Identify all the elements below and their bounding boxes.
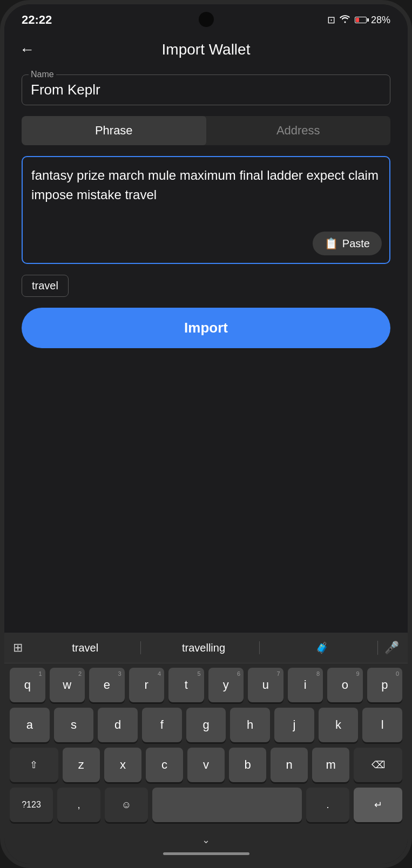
word-chips: travel (22, 275, 390, 297)
wifi-icon (340, 15, 350, 26)
home-indicator (163, 852, 249, 855)
key-z[interactable]: z (63, 748, 100, 782)
key-q[interactable]: q1 (10, 668, 45, 702)
camera-notch (199, 12, 214, 27)
key-d[interactable]: d (98, 708, 138, 742)
key-enter[interactable]: ↵ (354, 788, 402, 822)
page-title: Import Wallet (162, 41, 251, 58)
collapse-indicator[interactable]: ⌄ (202, 834, 210, 846)
key-backspace[interactable]: ⌫ (354, 748, 402, 782)
name-field-wrapper: Name (22, 74, 390, 105)
status-time: 22:22 (22, 13, 52, 27)
key-f[interactable]: f (142, 708, 182, 742)
back-button[interactable]: ← (19, 42, 35, 57)
mic-icon[interactable]: 🎤 (384, 641, 399, 655)
suggestion-travel[interactable]: travel (29, 640, 141, 656)
name-input[interactable] (31, 82, 381, 98)
key-row-4: ?123 , ☺ . ↵ (10, 788, 402, 822)
battery-icon (355, 17, 367, 23)
sim-icon: ⊡ (327, 14, 335, 26)
key-k[interactable]: k (319, 708, 359, 742)
key-b[interactable]: b (229, 748, 266, 782)
app-content: ← Import Wallet Name Phrase Address 📋 Pa… (4, 31, 408, 864)
battery-percent: 28% (371, 15, 390, 26)
phrase-input-area: 📋 Paste (22, 156, 390, 264)
key-w[interactable]: w2 (50, 668, 85, 702)
key-p[interactable]: p0 (367, 668, 403, 702)
keyboard-grid-icon: ⊞ (13, 641, 23, 655)
header: ← Import Wallet (4, 31, 408, 66)
tab-address[interactable]: Address (206, 116, 391, 145)
paste-label: Paste (342, 238, 370, 250)
key-o[interactable]: o9 (327, 668, 363, 702)
key-j[interactable]: j (274, 708, 314, 742)
paste-icon: 📋 (325, 237, 338, 250)
key-a[interactable]: a (10, 708, 50, 742)
key-u[interactable]: u7 (248, 668, 283, 702)
paste-button[interactable]: 📋 Paste (313, 232, 382, 255)
key-y[interactable]: y6 (208, 668, 244, 702)
form-area: Name Phrase Address 📋 Paste travel (4, 66, 408, 357)
key-space[interactable] (152, 788, 302, 822)
key-row-1: q1 w2 e3 r4 t5 y6 u7 i8 o9 p0 (10, 668, 402, 702)
key-row-3: ⇧ z x c v b n m ⌫ (10, 748, 402, 782)
bottom-bar: ⌄ (4, 830, 408, 864)
suggestion-travelling[interactable]: travelling (147, 640, 259, 656)
phrase-textarea[interactable] (31, 166, 381, 230)
key-c[interactable]: c (146, 748, 183, 782)
phone-frame: 22:22 ⊡ 28% ← Import Wallet (0, 0, 412, 868)
key-l[interactable]: l (362, 708, 402, 742)
status-icons: ⊡ 28% (327, 14, 390, 26)
import-button[interactable]: Import (22, 308, 390, 348)
key-row-2: a s d f g h j k l (10, 708, 402, 742)
suggestion-emoji[interactable]: 🧳 (266, 639, 378, 656)
suggestions-bar: ⊞ travel travelling 🧳 🎤 (4, 633, 408, 663)
keyboard-area: ⊞ travel travelling 🧳 🎤 q1 w2 e3 r4 t5 y… (4, 633, 408, 864)
key-r[interactable]: r4 (129, 668, 165, 702)
name-label: Name (29, 70, 56, 79)
key-g[interactable]: g (186, 708, 226, 742)
key-s[interactable]: s (54, 708, 94, 742)
key-e[interactable]: e3 (89, 668, 125, 702)
key-emoji[interactable]: ☺ (105, 788, 148, 822)
luggage-emoji: 🧳 (315, 642, 329, 654)
key-shift[interactable]: ⇧ (10, 748, 58, 782)
key-i[interactable]: i8 (288, 668, 323, 702)
key-x[interactable]: x (104, 748, 141, 782)
key-n[interactable]: n (271, 748, 308, 782)
key-v[interactable]: v (187, 748, 225, 782)
key-t[interactable]: t5 (168, 668, 204, 702)
key-h[interactable]: h (230, 708, 270, 742)
import-tabs: Phrase Address (22, 116, 390, 145)
key-numbers[interactable]: ?123 (10, 788, 53, 822)
tab-phrase[interactable]: Phrase (22, 116, 206, 145)
key-m[interactable]: m (312, 748, 349, 782)
key-comma[interactable]: , (57, 788, 100, 822)
key-period[interactable]: . (306, 788, 349, 822)
word-chip-travel[interactable]: travel (22, 275, 69, 297)
keyboard-rows: q1 w2 e3 r4 t5 y6 u7 i8 o9 p0 a s d f (4, 663, 408, 830)
